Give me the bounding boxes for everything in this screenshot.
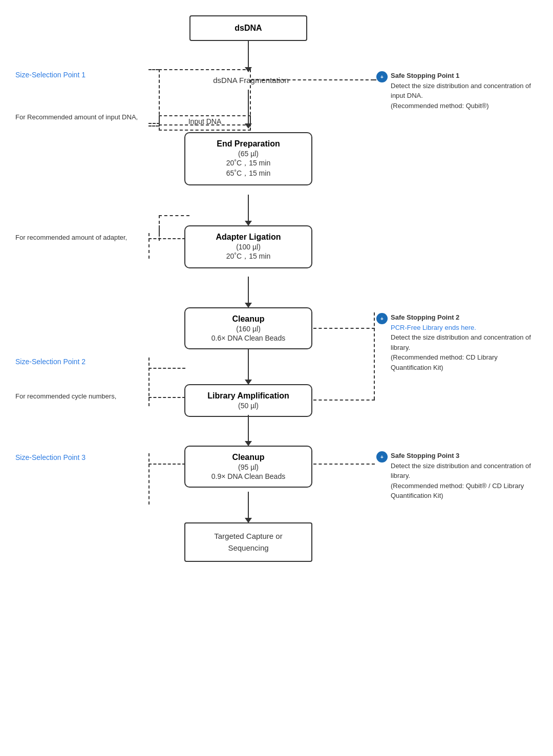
stopping-icon-2: + (376, 313, 388, 324)
dashed-h-stop2-right (313, 328, 375, 329)
targeted-capture-label: Targeted Capture orSequencing (214, 532, 282, 552)
arrow-4 (248, 277, 249, 307)
dashed-v-stop2 (374, 312, 375, 400)
input-dna-label: Input DNA (161, 117, 248, 126)
dashed-h-stop2-bottom (313, 400, 375, 401)
cleanup1-box: Cleanup (160 µl) 0.6× DNA Clean Beads (184, 307, 312, 349)
dashed-h-cycle (148, 397, 185, 398)
size-selection-1-label: Size-Selection Point 1 (15, 71, 86, 79)
dashed-h-ss1-bottom (148, 125, 159, 127)
targeted-capture-box: Targeted Capture orSequencing (184, 522, 312, 562)
dashed-h-adapter-conn (148, 238, 185, 239)
stopping-text-2: Safe Stopping Point 2 PCR-Free Library e… (391, 312, 535, 372)
library-amp-box: Library Amplification (50 µl) (184, 384, 312, 417)
stopping-icon-3: + (376, 451, 388, 463)
svg-text:+: + (380, 454, 384, 460)
dashed-h-ss3 (148, 464, 185, 465)
arrow-1 (248, 41, 249, 72)
cleanup1-sub2: 0.6× DNA Clean Beads (193, 334, 304, 342)
adapter-ligation-sub1: (100 µl) (193, 243, 304, 251)
cleanup2-title: Cleanup (193, 453, 304, 462)
svg-text:+: + (380, 316, 384, 322)
arrow-2 (248, 90, 249, 128)
dashed-h-inputdna-left (148, 123, 160, 124)
library-amp-title: Library Amplification (193, 391, 304, 401)
end-prep-box: End Preparation (65 µl) 20˚C，15 min 65˚C… (184, 132, 312, 185)
dsdna-label: dsDNA (235, 24, 262, 33)
dsdna-box: dsDNA (189, 15, 307, 41)
diagram-container: dsDNA dsDNA Fragmentation Input DNA End … (0, 0, 553, 756)
arrow-6 (248, 415, 249, 446)
dashed-v-ss3-left (148, 453, 150, 505)
cleanup2-sub1: (95 µl) (193, 463, 304, 471)
adapter-ligation-sub2: 20˚C，15 min (193, 252, 304, 261)
cleanup2-sub2: 0.9× DNA Clean Beads (193, 472, 304, 480)
end-prep-title: End Preparation (193, 139, 304, 149)
dashed-v-adapter-left (148, 233, 150, 259)
arrow-7 (248, 492, 249, 522)
adapter-ligation-title: Adapter Ligation (193, 233, 304, 242)
input-dna-note: For Recommended amount of input DNA, (15, 113, 143, 122)
arrow-5 (248, 348, 249, 384)
library-amp-sub1: (50 µl) (193, 402, 304, 410)
svg-text:+: + (380, 74, 384, 80)
cycle-note: For recommended cycle numbers, (15, 392, 154, 401)
adapter-ligation-box: Adapter Ligation (100 µl) 20˚C，15 min (184, 225, 312, 268)
stopping-text-3: Safe Stopping Point 3 Detect the size di… (391, 451, 535, 501)
end-prep-sub2: 20˚C，15 min (193, 159, 304, 168)
size-selection-2-label: Size-Selection Point 2 (15, 358, 86, 366)
stopping-point-1: + Safe Stopping Point 1 Detect the size … (376, 71, 535, 111)
dashed-v-ss1-left (159, 69, 160, 125)
stopping-text-1: Safe Stopping Point 1 Detect the size di… (391, 71, 535, 111)
cleanup1-sub1: (160 µl) (193, 325, 304, 333)
end-prep-sub3: 65˚C，15 min (193, 169, 304, 178)
dashed-h-stop3-right (313, 464, 375, 465)
dashed-h-ss1-top (148, 69, 159, 70)
dashed-h-stop1-right (374, 79, 376, 80)
stopping-icon-1: + (376, 71, 388, 82)
size-selection-3-label: Size-Selection Point 3 (15, 453, 86, 461)
cleanup2-box: Cleanup (95 µl) 0.9× DNA Clean Beads (184, 446, 312, 488)
arrow-3 (248, 195, 249, 225)
end-prep-sub1: (65 µl) (193, 150, 304, 158)
cleanup1-title: Cleanup (193, 314, 304, 324)
dashed-h-adapter (159, 215, 189, 216)
dashed-h-stop1 (251, 79, 374, 80)
stopping-point-2: + Safe Stopping Point 2 PCR-Free Library… (376, 312, 535, 372)
adapter-note: For recommended amount of adapter, (15, 233, 154, 242)
dashed-h-ss2 (148, 368, 185, 369)
stopping-point-3: + Safe Stopping Point 3 Detect the size … (376, 451, 535, 501)
